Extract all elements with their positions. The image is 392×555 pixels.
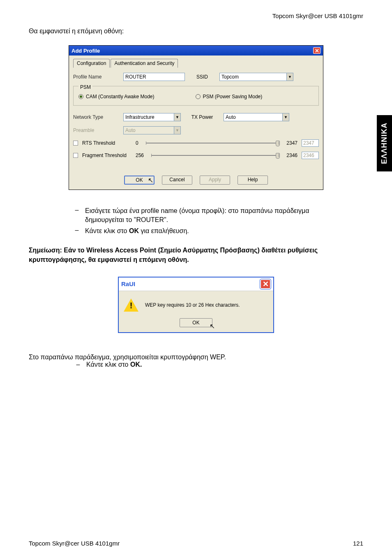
psm-legend: PSM (78, 84, 92, 90)
raui-ok-button[interactable]: OK (180, 318, 212, 327)
radio-cam[interactable] (78, 94, 83, 99)
note-text: Σημείωση: Εάν το Wireless Access Point (… (29, 246, 363, 264)
frag-max: 2346 (286, 153, 297, 158)
psm-fieldset: PSM CAM (Constantly Awake Mode) PSM (Pow… (73, 86, 319, 106)
rts-slider[interactable] (146, 143, 279, 143)
chevron-down-icon[interactable]: ▼ (286, 73, 293, 81)
cam-label: CAM (Constantly Awake Mode) (86, 94, 154, 99)
foot-line-1: Στο παραπάνω παράδειγμα, χρησιμοποιείται… (29, 354, 363, 361)
apply-button: Apply (200, 176, 230, 185)
network-type-label: Network Type (73, 114, 118, 120)
add-profile-dialog: Add Profile ✕ Configuration Authenticati… (69, 45, 323, 190)
preamble-value: Auto (124, 127, 174, 133)
chevron-down-icon[interactable]: ▼ (282, 113, 289, 121)
profile-name-input[interactable] (123, 73, 185, 81)
bullet-2-bold: OK (129, 227, 139, 234)
help-button[interactable]: Help (238, 176, 268, 185)
language-tab: ΕΛΛΗΝΙΚΑ (377, 115, 392, 171)
ssid-label: SSID (190, 74, 214, 80)
chevron-down-icon[interactable]: ▼ (174, 113, 180, 121)
footer-page-number: 121 (353, 540, 363, 547)
cancel-button[interactable]: Cancel (162, 176, 192, 185)
raui-title: RaUI (121, 280, 135, 287)
tab-auth-security[interactable]: Authentication and Security (111, 59, 178, 68)
ssid-dropdown[interactable]: Topcom ▼ (219, 73, 293, 81)
bullet-dash: – (69, 227, 85, 236)
frag-value[interactable]: 2346 (302, 152, 319, 159)
frag-checkbox[interactable] (73, 153, 78, 158)
profile-name-label: Profile Name (73, 74, 118, 80)
dialog-title: Add Profile (71, 48, 100, 54)
close-icon[interactable]: ✕ (313, 47, 321, 54)
tab-configuration[interactable]: Configuration (73, 59, 110, 68)
intro-text: Θα εμφανιστεί η επόμενη οθόνη: (29, 28, 363, 35)
preamble-label: Preamble (73, 127, 118, 133)
chevron-down-icon: ▼ (174, 127, 180, 134)
bullet-2-pre: Κάντε κλικ στο (85, 227, 129, 234)
raui-dialog: RaUI ✕ ! WEP key requires 10 or 26 Hex c… (118, 277, 274, 333)
bullet-2-post: για επαλήθευση. (139, 227, 189, 234)
network-type-value: Infrastructure (124, 114, 174, 120)
rts-checkbox[interactable] (73, 141, 78, 146)
close-icon[interactable]: ✕ (260, 279, 271, 289)
cursor-icon: ↖ (210, 322, 215, 330)
rts-max: 2347 (286, 140, 297, 146)
warning-icon: ! (124, 298, 138, 312)
tx-power-value: Auto (224, 114, 282, 120)
bullet-dash: – (70, 361, 86, 368)
psm-label: PSM (Power Saving Mode) (203, 94, 263, 99)
rts-min: 0 (136, 140, 138, 146)
tx-power-label: TX Power (186, 114, 219, 120)
tx-power-dropdown[interactable]: Auto ▼ (224, 113, 289, 121)
ssid-value: Topcom (220, 74, 286, 80)
cursor-icon: ↖ (148, 176, 153, 184)
product-header: Topcom Skyr@cer USB 4101gmr (29, 12, 363, 19)
network-type-dropdown[interactable]: Infrastructure ▼ (123, 113, 181, 121)
raui-message: WEP key requires 10 or 26 Hex characters… (145, 302, 268, 308)
frag-min: 256 (136, 153, 144, 158)
rts-value[interactable]: 2347 (302, 139, 319, 147)
bullet-2: Κάντε κλικ στο OK για επαλήθευση. (85, 227, 323, 236)
bullet-1: Εισάγετε τώρα ένα profile name (όνομα πρ… (85, 206, 323, 225)
dialog-titlebar: Add Profile ✕ (69, 46, 323, 56)
frag-slider[interactable] (151, 155, 279, 156)
frag-label: Fragment Threshold (82, 153, 131, 158)
preamble-dropdown: Auto ▼ (123, 126, 181, 134)
footer-left: Topcom Skyr@cer USB 4101gmr (29, 540, 120, 547)
rts-label: RTS Threshold (82, 140, 131, 146)
radio-psm[interactable] (196, 94, 201, 99)
foot-bullet-bold: OK. (130, 361, 142, 368)
foot-bullet-pre: Κάντε κλικ στο (86, 361, 130, 368)
bullet-dash: – (69, 206, 85, 225)
